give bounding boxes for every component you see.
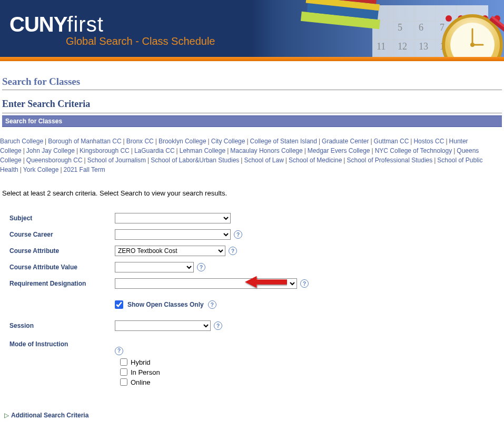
header-decoration: 567 111213 19 [267,0,504,57]
colleges-list: Baruch College|Borough of Manhattan CC|B… [0,129,504,177]
college-link[interactable]: Graduate Center [322,138,369,145]
svg-text:6: 6 [419,22,423,33]
mode-label: Mode of Instruction [9,340,115,348]
college-link[interactable]: John Jay College [26,147,75,154]
college-link[interactable]: School of Journalism [87,157,146,164]
college-link[interactable]: Queensborough CC [26,157,83,164]
help-icon[interactable]: ? [234,230,242,239]
logo-first: first [67,13,103,36]
attrval-label: Course Attribute Value [9,264,115,271]
svg-point-28 [470,43,475,47]
college-link[interactable]: School of Law [244,157,283,164]
section-bar: Search for Classes [2,115,502,127]
mode-hybrid-checkbox[interactable] [120,358,127,366]
career-select[interactable] [115,229,231,240]
orange-accent-bar [0,57,504,61]
college-link[interactable]: School of Professional Studies [347,157,432,164]
reqdes-select[interactable] [115,278,297,289]
attr-label: Course Attribute [9,247,115,255]
mode-online-checkbox[interactable] [120,378,127,386]
svg-point-7 [446,15,452,22]
show-open-row: Show Open Classes Only ? [115,300,502,309]
help-icon[interactable]: ? [300,279,309,288]
career-label: Course Career [9,231,115,238]
header-logo: CUNYfirst Global Search - Class Schedule [9,13,215,47]
college-link[interactable]: School of Medicine [289,157,342,164]
college-link[interactable]: LaGuardia CC [134,147,175,154]
help-icon[interactable]: ? [229,247,237,255]
college-link[interactable]: Hostos CC [413,138,444,145]
mode-online-label: Online [131,378,151,386]
college-link[interactable]: City College [211,138,245,145]
mode-inperson-checkbox[interactable] [120,368,127,376]
college-link[interactable]: NYC College of Technology [375,147,452,154]
college-link[interactable]: Kingsborough CC [80,147,130,154]
help-icon[interactable]: ? [197,263,205,271]
session-select[interactable] [115,320,211,331]
help-icon[interactable]: ? [115,347,123,355]
subject-select[interactable] [115,213,231,223]
expand-triangle-icon[interactable]: ▷ [4,412,9,419]
college-link[interactable]: Lehman College [180,147,225,154]
svg-text:11: 11 [377,41,386,52]
college-link[interactable]: Medgar Evers College [308,147,370,154]
college-link[interactable]: 2021 Fall Term [64,166,105,173]
attrval-select[interactable] [115,262,194,272]
attr-select[interactable]: ZERO Textbook Cost [115,246,225,256]
additional-criteria-link[interactable]: Additional Search Criteria [11,412,88,419]
college-link[interactable]: Macaulay Honors College [230,147,302,154]
show-open-checkbox[interactable] [115,300,123,309]
svg-text:5: 5 [398,22,402,33]
college-link[interactable]: Brooklyn College [159,138,206,145]
college-link[interactable]: Borough of Manhattan CC [48,138,121,145]
reqdes-label: Requirement Designation [9,280,115,287]
header-tagline: Global Search - Class Schedule [66,35,215,47]
instructions-text: Select at least 2 search criteria. Selec… [0,177,504,199]
mode-hybrid-label: Hybrid [131,358,151,366]
mode-inperson-label: In Person [131,368,160,376]
college-link[interactable]: York College [23,166,59,173]
svg-text:7: 7 [440,22,444,33]
show-open-label: Show Open Classes Only [127,301,204,308]
college-link[interactable]: Guttman CC [374,138,409,145]
college-link[interactable]: Bronx CC [126,138,154,145]
subject-label: Subject [9,214,115,222]
page-subtitle: Enter Search Criteria [2,90,502,113]
help-icon[interactable]: ? [208,300,216,309]
logo-cuny: CUNY [9,13,67,36]
college-link[interactable]: School of Labor&Urban Studies [151,157,239,164]
page-title: Search for Classes [2,71,502,90]
header-banner: CUNYfirst Global Search - Class Schedule… [0,0,504,61]
svg-text:12: 12 [398,41,407,52]
session-label: Session [9,322,115,329]
college-link[interactable]: Baruch College [0,138,43,145]
college-link[interactable]: College of Staten Island [250,138,317,145]
help-icon[interactable]: ? [214,321,222,330]
svg-text:13: 13 [419,41,428,52]
